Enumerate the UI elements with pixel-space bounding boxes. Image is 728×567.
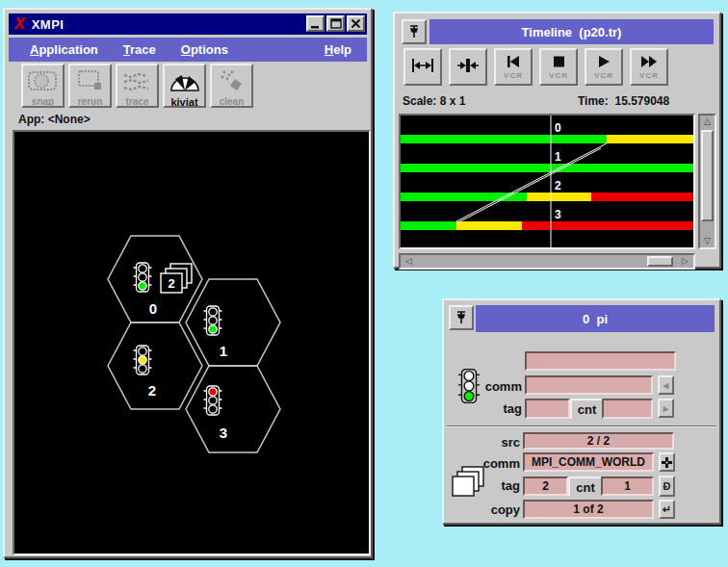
section-separator: [447, 425, 716, 427]
recv-peer-field[interactable]: [525, 351, 676, 371]
return-button[interactable]: ↵: [659, 500, 675, 519]
state-segment: [401, 221, 456, 230]
app-status-label: App: <None>: [18, 113, 91, 126]
menu-trace[interactable]: Trace: [123, 42, 156, 57]
timeline-rank-label: 3: [555, 208, 561, 221]
msg-tag-label: tag: [445, 478, 520, 493]
pin-button[interactable]: [449, 305, 474, 330]
pushpin-icon: [407, 24, 421, 39]
recv-tag-field[interactable]: [525, 399, 570, 419]
clean-button[interactable]: clean: [210, 64, 253, 108]
recv-cnt-label: cnt: [570, 399, 602, 419]
prev-message-button[interactable]: ◂: [658, 375, 674, 395]
state-segment: [401, 164, 693, 172]
tool-label: rerun: [78, 96, 103, 107]
msg-src-field[interactable]: 2 / 2: [523, 432, 674, 450]
vcr-rewind-button[interactable]: VCR: [494, 48, 533, 86]
vcr-sub-label: VCR: [639, 72, 659, 79]
datatype-button[interactable]: Ð: [659, 476, 675, 497]
traffic-light-icon: [204, 306, 222, 335]
process-rank-label: 2: [148, 382, 156, 399]
timeline-titlebar[interactable]: Timeline (p20.tr): [429, 19, 714, 44]
rerun-icon: [73, 67, 108, 98]
process-rank-label: 0: [149, 300, 157, 317]
timeline-window: Timeline (p20.tr) VCRVCRVCRVCR Scale: 8 …: [393, 12, 721, 269]
vcr-sub-label: VCR: [594, 72, 613, 79]
clean-icon: [215, 67, 249, 98]
time-readout: Time: 15.579048: [578, 94, 669, 108]
message-queue-icon: 2: [161, 264, 192, 293]
tool-label: trace: [126, 96, 149, 107]
timeline-rank-label: 1: [555, 150, 561, 164]
scroll-left-button[interactable]: ◁: [402, 255, 416, 268]
process-hex-canvas[interactable]: 02 1 2 3: [13, 130, 371, 555]
timeline-rank-label: 0: [555, 121, 561, 135]
next-message-button[interactable]: ▸: [658, 399, 674, 418]
focus-title: 0 pi: [583, 312, 608, 326]
rerun-button[interactable]: rerun: [68, 64, 112, 108]
process-focus-window: 0 pi comm ◂ tag cnt ▸ src 2 / 2 comm MPI…: [442, 298, 721, 525]
pin-button[interactable]: [402, 19, 427, 44]
toolbar: snapreruntracekiviatclean: [21, 64, 253, 108]
maximize-icon: [330, 18, 342, 29]
msg-cnt-field[interactable]: 1: [601, 477, 654, 496]
blocks-plus-icon: [662, 457, 672, 468]
compress-button[interactable]: [449, 48, 487, 86]
state-segment: [527, 193, 591, 201]
kiviat-button[interactable]: kiviat: [163, 64, 206, 108]
tool-label: kiviat: [170, 96, 197, 108]
state-segment: [607, 135, 693, 143]
timeline-toolbar: VCRVCRVCRVCR: [403, 48, 668, 86]
vcr-stop-button[interactable]: VCR: [539, 48, 578, 86]
close-icon: [351, 18, 361, 29]
msg-tag-field[interactable]: 2: [523, 477, 568, 496]
expand-button[interactable]: [403, 48, 442, 86]
hexagon: [186, 279, 280, 366]
snap-button[interactable]: snap: [21, 64, 65, 108]
process-rank-label: 3: [220, 425, 227, 441]
v-scrollbar[interactable]: △ ▽: [698, 114, 716, 249]
scroll-right-button[interactable]: ▷: [678, 255, 692, 268]
recv-comm-label: comm: [447, 379, 522, 394]
vcr-ff-button[interactable]: VCR: [630, 48, 668, 86]
msg-comm-field[interactable]: MPI_COMM_WORLD: [523, 452, 654, 472]
main-titlebar[interactable]: X XMPI: [9, 13, 367, 35]
tool-label: snap: [32, 96, 54, 107]
timeline-rank-label: 2: [555, 179, 561, 193]
vcr-rewind-icon: [503, 55, 524, 72]
state-segment: [522, 221, 693, 230]
recv-tag-label: tag: [447, 401, 522, 416]
expand-icon: [410, 56, 435, 79]
vcr-ff-icon: [638, 55, 660, 72]
focus-comm-button[interactable]: [659, 452, 675, 472]
scroll-down-button[interactable]: ▽: [700, 235, 715, 247]
message-line: [456, 143, 607, 221]
menu-options[interactable]: Options: [181, 42, 228, 57]
recv-comm-field[interactable]: [525, 375, 653, 395]
recv-cnt-field[interactable]: [602, 399, 653, 419]
vcr-play-button[interactable]: VCR: [585, 48, 623, 86]
scroll-up-button[interactable]: △: [700, 116, 715, 128]
compress-icon: [455, 56, 481, 79]
desktop: { "colors": { "desktop": "#a9edf6", "win…: [0, 0, 728, 567]
vcr-sub-label: VCR: [549, 72, 568, 79]
msg-copy-field[interactable]: 1 of 2: [523, 500, 654, 519]
close-button[interactable]: [347, 15, 365, 32]
focus-titlebar[interactable]: 0 pi: [476, 305, 715, 332]
trace-button[interactable]: trace: [116, 64, 159, 108]
h-scroll-thumb[interactable]: [647, 256, 673, 267]
v-scroll-thumb[interactable]: [701, 130, 714, 221]
message-line: [456, 148, 601, 223]
timeline-title: Timeline (p20.tr): [522, 25, 622, 39]
h-scrollbar[interactable]: ◁ ▷: [399, 253, 695, 270]
menu-help[interactable]: Help: [325, 42, 351, 57]
kiviat-icon: [168, 67, 202, 98]
timeline-chart-view[interactable]: 0123: [399, 114, 695, 249]
menu-application[interactable]: Application: [30, 42, 98, 57]
maximize-button[interactable]: [326, 15, 345, 32]
msg-comm-label: comm: [445, 456, 520, 471]
traffic-light-icon: [134, 263, 152, 292]
minimize-button[interactable]: [306, 15, 325, 32]
state-segment: [456, 221, 522, 230]
state-segment: [591, 193, 693, 201]
